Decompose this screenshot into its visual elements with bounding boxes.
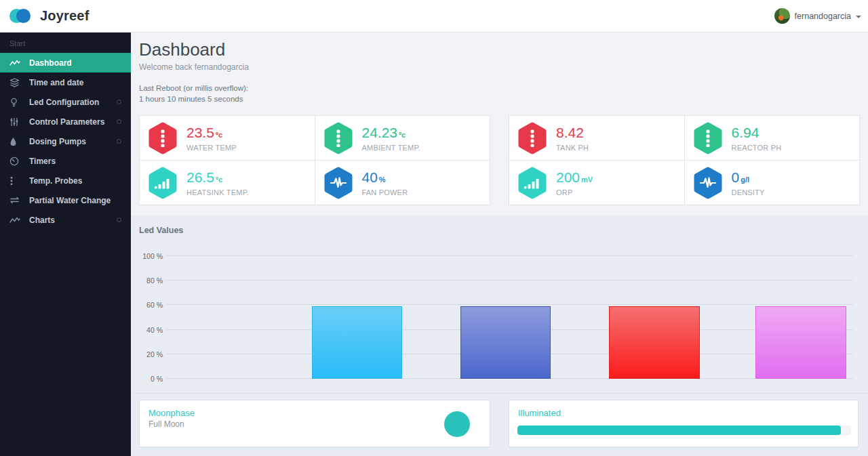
chevron-down-icon [856, 16, 861, 18]
sidebar-item-label: Charts [29, 215, 55, 225]
stat-tile-reactor-ph: 6.94 REACTOR PH [685, 116, 860, 160]
led-chart-yaxis: 0 %20 %40 %60 %80 %100 % [131, 256, 163, 379]
moonphase-title: Moonphase [149, 408, 195, 418]
y-tick-label: 20 % [146, 350, 163, 358]
stat-tile-tank-ph: 8.42 TANK PH [509, 116, 684, 160]
layers-icon [9, 78, 21, 87]
led-bar [312, 306, 403, 379]
gridline [166, 280, 853, 281]
expand-circle-icon [117, 139, 121, 144]
stat-tiles-left: 23.5ºc WATER TEMP 24.23ºc AMBIENT TEMP. … [139, 115, 490, 205]
moonphase-card: Moonphase Full Moon [139, 400, 490, 447]
line-chart-icon [9, 59, 21, 67]
led-chart-plot [166, 256, 853, 379]
main-content: Dashboard Welcome back fernandogarcia La… [131, 33, 868, 215]
gridline [166, 304, 853, 305]
user-name: fernandogarcia [795, 12, 851, 21]
tile-unit: ºc [216, 131, 222, 139]
sidebar-item-timers[interactable]: Timers [0, 151, 131, 171]
sidebar: Start Dashboard Time and date Led Config… [0, 33, 131, 456]
sidebar-item-control-parameters[interactable]: Control Parameters [0, 112, 131, 131]
user-menu[interactable]: fernandogarcia [774, 8, 868, 24]
y-tick-label: 100 % [142, 252, 163, 260]
stat-tiles-right: 8.42 TANK PH 6.94 REACTOR PH 200mV O [509, 115, 860, 205]
sidebar-item-dashboard[interactable]: Dashboard [0, 53, 131, 72]
y-tick-label: 40 % [146, 326, 163, 334]
y-tick-label: 0 % [151, 375, 163, 383]
tile-label: DENSITY [732, 188, 765, 196]
expand-circle-icon [117, 100, 121, 104]
sidebar-item-label: Dosing Pumps [29, 137, 86, 146]
chart-title: Led Values [139, 226, 183, 235]
tile-unit: ºc [399, 131, 406, 139]
illuminated-card: Illuminated [509, 400, 859, 447]
clock-icon [9, 157, 21, 166]
sidebar-item-partial-water-change[interactable]: Partial Water Change [0, 190, 131, 210]
divider [131, 393, 868, 394]
brand: Joyreef [0, 8, 90, 24]
signal-bars-icon [517, 167, 547, 199]
page-title: Dashboard [139, 39, 225, 60]
lightbulb-icon [9, 98, 21, 107]
user-avatar [774, 8, 790, 24]
tile-value: 26.5 [186, 169, 214, 185]
tile-unit: % [379, 175, 386, 184]
tile-value: 40 [362, 169, 378, 185]
sidebar-item-label: Time and date [29, 78, 83, 87]
sidebar-item-time-and-date[interactable]: Time and date [0, 72, 131, 92]
tile-value: 200 [556, 169, 580, 185]
tile-label: REACTOR PH [732, 144, 782, 152]
welcome-text: Welcome back fernandogarcia [139, 62, 249, 72]
illuminated-progress-fill [517, 426, 841, 435]
tile-value: 0 [732, 169, 740, 185]
illuminated-title: Illuminated [518, 408, 561, 418]
led-bar [460, 306, 551, 379]
line-chart-icon [9, 216, 21, 224]
thermometer-icon [148, 122, 178, 154]
sidebar-item-led-configuration[interactable]: Led Configuration [0, 92, 131, 112]
stat-tile-fan-power: 40% FAN POWER [315, 161, 490, 205]
tile-value: 6.94 [732, 125, 760, 140]
thermometer-icon [323, 122, 353, 154]
led-bar [755, 306, 846, 379]
tile-label: HEATSINK TEMP. [186, 188, 249, 196]
pulse-icon [323, 167, 353, 199]
stat-tile-water-temp: 23.5ºc WATER TEMP [140, 116, 315, 160]
illuminated-progress-track [517, 426, 851, 435]
last-reboot-block: Last Reboot (or millis overflow): 1 hour… [139, 83, 248, 104]
joyreef-logo-icon [9, 9, 31, 23]
gridline [166, 255, 853, 256]
thermometer-icon [693, 122, 723, 154]
sidebar-item-label: Timers [29, 157, 56, 166]
moonphase-value: Full Moon [149, 419, 184, 429]
expand-circle-icon [117, 119, 121, 124]
tile-label: ORP [556, 188, 593, 196]
droplet-icon [9, 137, 21, 146]
sidebar-item-label: Partial Water Change [29, 196, 111, 205]
sidebar-section-label: Start [0, 33, 131, 53]
last-reboot-label: Last Reboot (or millis overflow): [139, 83, 248, 94]
sidebar-item-charts[interactable]: Charts [0, 210, 131, 230]
sliders-icon [9, 117, 21, 127]
tile-value: 24.23 [362, 125, 398, 140]
sidebar-item-dosing-pumps[interactable]: Dosing Pumps [0, 131, 131, 151]
sidebar-item-label: Dashboard [29, 58, 72, 68]
exchange-icon [9, 196, 21, 204]
led-bar [609, 306, 700, 379]
y-tick-label: 80 % [146, 276, 163, 285]
stat-tile-heatsink-temp: 26.5ºc HEATSINK TEMP. [140, 161, 315, 205]
tile-unit: mV [581, 175, 593, 184]
last-reboot-value: 1 hours 10 minutes 5 seconds [139, 94, 248, 104]
tile-unit: ºc [216, 175, 222, 184]
tile-value: 8.42 [556, 125, 584, 140]
signal-bars-icon [148, 167, 178, 199]
sidebar-item-label: Control Parameters [29, 117, 104, 127]
tile-label: WATER TEMP [186, 144, 237, 152]
sidebar-item-temp-probes[interactable]: Temp. Probes [0, 171, 131, 190]
stat-tile-orp: 200mV ORP [509, 161, 684, 205]
top-bar: Joyreef fernandogarcia [0, 0, 868, 33]
pulse-icon [693, 167, 723, 199]
tile-label: FAN POWER [362, 188, 408, 196]
stat-tiles-row: 23.5ºc WATER TEMP 24.23ºc AMBIENT TEMP. … [139, 115, 860, 205]
full-moon-icon [444, 411, 470, 437]
